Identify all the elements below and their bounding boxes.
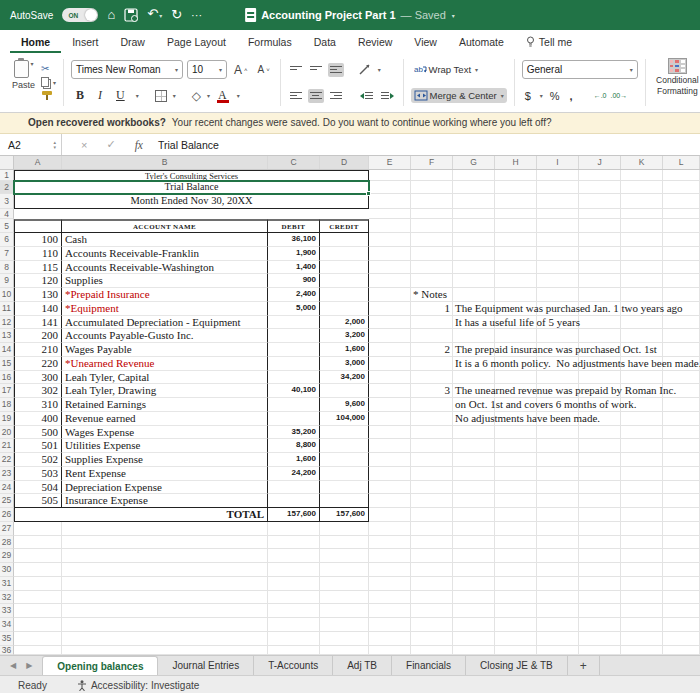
cell-D6[interactable]: [320, 233, 369, 247]
cell-C32[interactable]: [268, 591, 320, 605]
cell-C10[interactable]: 2,400: [268, 288, 320, 302]
font-color-button[interactable]: A: [214, 88, 231, 103]
row-header-32[interactable]: 32: [0, 591, 14, 605]
underline-button[interactable]: U: [111, 87, 130, 104]
cell-E26[interactable]: [369, 508, 411, 522]
cell-I3[interactable]: [537, 194, 579, 209]
cell-I5[interactable]: [537, 219, 579, 233]
cell-H11[interactable]: [495, 302, 537, 316]
cell-E11[interactable]: [369, 302, 411, 316]
cell-D25[interactable]: [320, 494, 369, 508]
cell-H31[interactable]: [495, 577, 537, 591]
italic-button[interactable]: I: [93, 87, 107, 104]
row-header-2[interactable]: 2: [0, 181, 14, 194]
cell-I1[interactable]: [537, 170, 579, 181]
cell-K21[interactable]: [621, 439, 663, 453]
cell-E15[interactable]: [369, 357, 411, 371]
cell-E28[interactable]: [369, 536, 411, 550]
cell-C26[interactable]: 157,600: [268, 508, 320, 522]
cell-B6[interactable]: Cash: [62, 233, 268, 247]
cell-G23[interactable]: [453, 467, 495, 481]
cell-K28[interactable]: [621, 536, 663, 550]
cell-G31[interactable]: [453, 577, 495, 591]
cell-L33[interactable]: [663, 604, 700, 618]
cell-E5[interactable]: [369, 219, 411, 233]
row-header-10[interactable]: 10: [0, 288, 14, 302]
cell-G9[interactable]: [453, 274, 495, 288]
cell-H36[interactable]: [495, 646, 537, 656]
column-header-F[interactable]: F: [411, 156, 453, 169]
cell-L16[interactable]: [663, 371, 700, 385]
cell-B20[interactable]: Wages Expense: [62, 426, 268, 440]
cell-D21[interactable]: [320, 439, 369, 453]
cell-I8[interactable]: [537, 261, 579, 275]
cell-A8[interactable]: 115: [14, 261, 62, 275]
cell-D31[interactable]: [320, 577, 369, 591]
cell-A36[interactable]: [14, 646, 62, 656]
cell-K27[interactable]: [621, 522, 663, 536]
cell-H18[interactable]: [495, 398, 537, 412]
align-top-icon[interactable]: [288, 63, 304, 77]
cell-E2[interactable]: [369, 181, 411, 194]
cell-K26[interactable]: [621, 508, 663, 522]
comma-format-button[interactable]: ,: [567, 90, 576, 102]
cell-J5[interactable]: [579, 219, 621, 233]
increase-indent-icon[interactable]: [379, 90, 396, 102]
cell-I30[interactable]: [537, 563, 579, 577]
cell-L32[interactable]: [663, 591, 700, 605]
add-sheet-button[interactable]: +: [568, 656, 600, 675]
cell-D18[interactable]: 9,600: [320, 398, 369, 412]
format-painter-icon[interactable]: [41, 90, 53, 101]
cell-A31[interactable]: [14, 577, 62, 591]
row-header-5[interactable]: 5: [0, 219, 14, 233]
cell-B5[interactable]: ACCOUNT NAME: [62, 219, 268, 233]
cell-E1[interactable]: [369, 170, 411, 181]
cell-H6[interactable]: [495, 233, 537, 247]
cell-F6[interactable]: [411, 233, 453, 247]
cell-H10[interactable]: [495, 288, 537, 302]
cell-I16[interactable]: [537, 371, 579, 385]
increase-decimal-button[interactable]: ←.0: [594, 92, 607, 99]
cell-F30[interactable]: [411, 563, 453, 577]
cell-I9[interactable]: [537, 274, 579, 288]
cell-I22[interactable]: [537, 453, 579, 467]
ribbon-tab-page-layout[interactable]: Page Layout: [156, 32, 237, 53]
cell-G13[interactable]: [453, 329, 495, 343]
cell-L25[interactable]: [663, 494, 700, 508]
cell-J8[interactable]: [579, 261, 621, 275]
name-box[interactable]: A2 ▴▾: [0, 134, 62, 155]
cell-F19[interactable]: [411, 412, 453, 426]
cell-H9[interactable]: [495, 274, 537, 288]
row-header-6[interactable]: 6: [0, 233, 14, 247]
cell-I33[interactable]: [537, 604, 579, 618]
cell-L35[interactable]: [663, 632, 700, 646]
cell-A10[interactable]: 130: [14, 288, 62, 302]
cell-H19[interactable]: [495, 412, 537, 426]
cell-G14[interactable]: [453, 343, 495, 357]
cell-A19[interactable]: 400: [14, 412, 62, 426]
cell-C6[interactable]: 36,100: [268, 233, 320, 247]
currency-format-button[interactable]: $: [522, 90, 534, 102]
cell-D24[interactable]: [320, 481, 369, 495]
cell-E18[interactable]: [369, 398, 411, 412]
cell-J22[interactable]: [579, 453, 621, 467]
cell-L18[interactable]: [663, 398, 700, 412]
cell-L1[interactable]: [663, 170, 700, 181]
cell-I2[interactable]: [537, 181, 579, 194]
row-header-28[interactable]: 28: [0, 536, 14, 550]
cell-I6[interactable]: [537, 233, 579, 247]
cancel-icon[interactable]: ×: [81, 139, 87, 151]
cell-C24[interactable]: [268, 481, 320, 495]
cell-A32[interactable]: [14, 591, 62, 605]
cell-B8[interactable]: Accounts Receivable-Washington: [62, 261, 268, 275]
cell-F9[interactable]: [411, 274, 453, 288]
cell-B34[interactable]: [62, 618, 268, 632]
select-all-corner[interactable]: [0, 156, 14, 169]
cell-L27[interactable]: [663, 522, 700, 536]
cell-E34[interactable]: [369, 618, 411, 632]
cell-B19[interactable]: Revenue earned: [62, 412, 268, 426]
cell-A16[interactable]: 300: [14, 371, 62, 385]
cell-H15[interactable]: [495, 357, 537, 371]
cell-K12[interactable]: [621, 316, 663, 330]
cell-B35[interactable]: [62, 632, 268, 646]
